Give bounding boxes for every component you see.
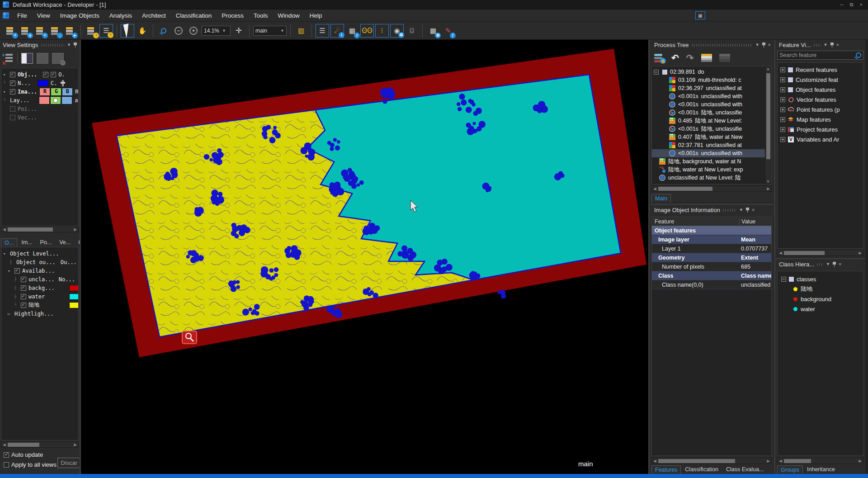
tab-object-levels[interactable]: O... — [1, 238, 17, 247]
water-checkbox[interactable] — [21, 294, 26, 299]
auto-update-row[interactable]: Auto update — [2, 450, 43, 459]
compare-view-icon[interactable] — [37, 53, 48, 64]
class-hierarchy-close-icon[interactable]: × — [839, 261, 841, 267]
new-workspace-icon[interactable]: + — [4, 24, 17, 38]
table-row[interactable]: ClassClass name — [652, 271, 771, 280]
menu-tools[interactable]: Tools — [249, 10, 273, 21]
feature-group-vector[interactable]: + Vector features — [780, 95, 863, 104]
feature-group-map[interactable]: + Map features — [780, 114, 863, 124]
process-item[interactable]: 陆地, water at New Level: exp — [652, 166, 771, 174]
process-item[interactable]: 陆地, background, water at N — [652, 157, 771, 166]
zoom-lock-icon[interactable] — [157, 24, 170, 38]
feature-group-variables[interactable]: + V Variables and Ar — [780, 134, 863, 144]
split-view-icon[interactable]: ▥ — [294, 24, 308, 38]
edit-view-settings-icon[interactable]: + ✕ — [2, 53, 14, 64]
process-item[interactable]: <0.001sunclassified with — [652, 100, 771, 109]
level-available-row[interactable]: ▾ Availab... — [1, 266, 78, 275]
feature-view-pin-icon[interactable] — [830, 43, 834, 47]
outline-color-swatch[interactable] — [38, 80, 48, 86]
view-settings-menu-icon[interactable]: ▼ — [67, 43, 71, 47]
tree-row-layer[interactable]: └ Lay... au — [1, 96, 78, 104]
background-checkbox[interactable] — [21, 285, 26, 291]
process-tree-pin-icon[interactable] — [762, 43, 765, 47]
unclassified-checkbox[interactable] — [21, 277, 26, 282]
zoom-in-icon[interactable]: + — [187, 24, 200, 38]
navigate-icon[interactable]: ✛ — [232, 24, 245, 38]
available-checkbox[interactable] — [14, 268, 20, 274]
redo-icon[interactable]: ↷ — [686, 52, 694, 63]
view-layer-icon[interactable]: ☰ — [316, 24, 329, 38]
point-checkbox[interactable] — [10, 106, 15, 112]
object-checkbox-2[interactable] — [43, 72, 48, 77]
process-item[interactable]: 02:36.297unclassified at — [652, 84, 771, 92]
green-channel-swatch[interactable]: G — [51, 88, 61, 96]
layer-red-swatch[interactable] — [39, 96, 50, 104]
class-hierarchy-hscrollbar[interactable]: ◀▶ — [777, 458, 863, 464]
feature-group-customized[interactable]: +Customized feat — [780, 75, 863, 85]
table-row[interactable]: Image layerMean — [652, 235, 771, 244]
tab-image-layers[interactable]: Im... — [18, 238, 36, 247]
table-row[interactable]: Object features — [652, 226, 771, 235]
process-tree-vscrollbar[interactable]: ▲▼ — [765, 66, 771, 184]
measure-pen-icon[interactable]: ✎/ — [441, 24, 455, 38]
zoom-level-combo[interactable]: 14.1% ▼ — [202, 26, 231, 36]
land-color-swatch[interactable] — [69, 302, 79, 308]
tree-row-none[interactable]: └ N... C. — [1, 79, 78, 87]
close-button[interactable]: × — [860, 2, 863, 8]
menu-view[interactable]: View — [33, 10, 55, 21]
apply-all-row[interactable]: Apply to all views — [2, 460, 57, 469]
docking-icon[interactable]: ▦ — [695, 11, 705, 19]
process-item[interactable]: <0.001s陆地, unclassifie — [652, 125, 771, 133]
process-history-icon[interactable]: ☰◔ — [99, 24, 113, 38]
slider-icon[interactable] — [62, 80, 64, 86]
menu-architect[interactable]: Architect — [137, 10, 170, 21]
tab-point-clouds[interactable]: Po... — [36, 238, 55, 247]
class-hierarchy-pin-icon[interactable] — [833, 262, 836, 267]
tab-groups[interactable]: Groups — [777, 465, 803, 474]
process-tree-hscrollbar[interactable]: ◀▶ — [651, 185, 772, 192]
tree-row-object[interactable]: ▾ Obj... O. — [1, 70, 78, 79]
menu-window[interactable]: Window — [273, 10, 304, 21]
pixel-view-icon[interactable]: ◉⚙ — [390, 24, 404, 38]
vector-checkbox[interactable] — [10, 115, 15, 120]
feature-view-table-icon[interactable]: ▦i — [345, 24, 359, 38]
import-project-icon[interactable]: ↓ — [48, 24, 62, 38]
process-item[interactable]: 0.407陆地, water at New — [652, 133, 771, 141]
layer-green-swatch[interactable] — [50, 96, 61, 104]
tab-class-evaluation[interactable]: Class Evalua... — [722, 465, 767, 474]
feature-group-object[interactable]: +Object features — [780, 85, 863, 95]
red-channel-swatch[interactable]: R — [39, 88, 50, 96]
background-color-swatch[interactable] — [69, 285, 79, 291]
class-row-land[interactable]: 陆地 — [781, 284, 863, 294]
object-checkbox-3[interactable] — [51, 72, 56, 77]
save-process-icon[interactable]: 🔒 — [654, 53, 664, 62]
tree-row-point[interactable]: Poi... — [1, 104, 78, 113]
discard-button[interactable]: Discar — [57, 458, 80, 468]
menu-image-objects[interactable]: Image Objects — [56, 10, 104, 21]
feature-group-point[interactable]: + Point features (p — [780, 104, 863, 114]
search-icon[interactable] — [856, 52, 861, 58]
image-object-info-menu-icon[interactable]: ▼ — [739, 208, 743, 212]
image-object-info-hscrollbar[interactable]: ◀▶ — [651, 458, 772, 464]
select-cursor-icon[interactable] — [121, 24, 134, 38]
tree-row-vector[interactable]: Vec... — [1, 113, 78, 122]
view-classification-icon[interactable]: ☄i — [330, 24, 344, 38]
class-hierarchy-menu-icon[interactable]: ▼ — [826, 262, 830, 266]
land-checkbox[interactable] — [21, 303, 26, 308]
menu-classification[interactable]: Classification — [171, 10, 217, 21]
table-row[interactable]: Layer 10.0707737 — [652, 244, 771, 253]
water-color-swatch[interactable] — [69, 293, 79, 300]
pan-hand-icon[interactable]: ✋ — [136, 24, 149, 38]
transparency-glasses-icon[interactable]: ꙨꙨ — [360, 24, 374, 38]
load-image-icon[interactable]: ◔ — [85, 24, 98, 38]
tree-row-image[interactable]: ▾ Ima... R G B Ra — [1, 87, 78, 96]
add-project-icon[interactable]: + — [33, 24, 47, 38]
layer-blue-swatch[interactable] — [61, 96, 72, 104]
tab-classification[interactable]: Classification — [681, 465, 722, 474]
process-archive-icon[interactable] — [719, 54, 730, 62]
image-object-info-close-icon[interactable]: × — [752, 207, 755, 213]
open-project-icon[interactable]: ▸ — [63, 24, 77, 38]
save-workspace-icon[interactable]: s — [19, 24, 32, 38]
menu-analysis[interactable]: Analysis — [105, 10, 137, 21]
none-checkbox[interactable] — [10, 80, 15, 86]
